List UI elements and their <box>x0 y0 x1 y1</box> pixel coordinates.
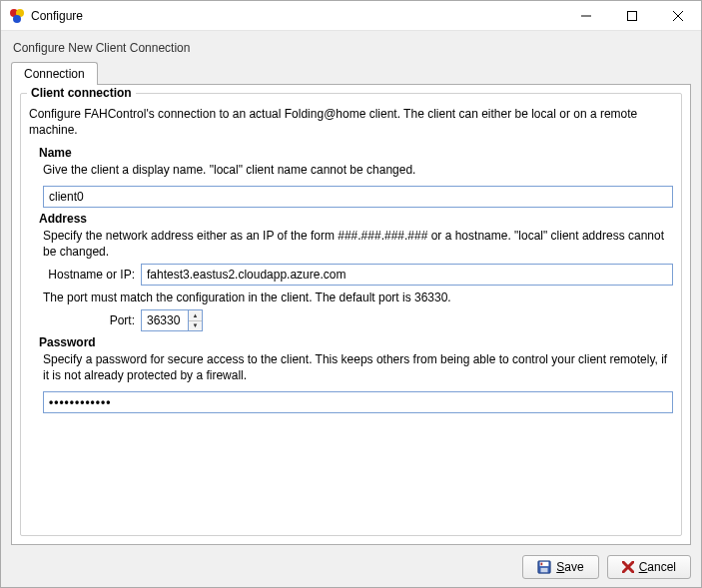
cancel-icon <box>622 561 634 573</box>
close-button[interactable] <box>655 1 701 30</box>
name-input[interactable] <box>43 186 673 208</box>
hostname-label: Hostname or IP: <box>43 268 135 282</box>
titlebar: Configure <box>1 1 701 31</box>
svg-rect-9 <box>541 563 543 566</box>
cancel-label-rest: ancel <box>647 560 676 574</box>
svg-rect-10 <box>541 568 548 572</box>
window-title: Configure <box>31 9 563 23</box>
section-name-title: Name <box>39 146 673 160</box>
svg-point-2 <box>13 15 21 23</box>
minimize-button[interactable] <box>563 1 609 30</box>
cancel-label-first: C <box>639 560 648 574</box>
group-client-connection: Client connection Configure FAHControl's… <box>20 93 682 536</box>
port-input[interactable] <box>141 309 189 331</box>
password-input[interactable] <box>43 391 673 413</box>
app-icon <box>9 8 25 24</box>
port-label: Port: <box>43 313 135 327</box>
port-desc: The port must match the configuration in… <box>43 290 673 305</box>
maximize-button[interactable] <box>609 1 655 30</box>
section-address-desc: Specify the network address either as an… <box>43 228 673 260</box>
spinner-down-icon[interactable]: ▼ <box>189 321 202 331</box>
spinner-up-icon[interactable]: ▲ <box>189 310 202 321</box>
tab-connection[interactable]: Connection <box>11 62 98 85</box>
section-password-desc: Specify a password for secure access to … <box>43 351 673 383</box>
section-name-desc: Give the client a display name. "local" … <box>43 162 673 178</box>
page-subtitle: Configure New Client Connection <box>13 41 691 55</box>
group-legend: Client connection <box>27 86 136 100</box>
section-password-title: Password <box>39 335 673 349</box>
group-desc: Configure FAHControl's connection to an … <box>29 106 673 138</box>
section-address-title: Address <box>39 212 673 226</box>
tab-panel-connection: Client connection Configure FAHControl's… <box>11 84 691 545</box>
svg-rect-4 <box>628 11 637 20</box>
save-icon <box>537 560 551 574</box>
hostname-input[interactable] <box>141 264 673 286</box>
port-spinner[interactable]: ▲ ▼ <box>189 309 203 331</box>
save-label-rest: ave <box>564 560 583 574</box>
save-button[interactable]: Save <box>522 555 598 579</box>
cancel-button[interactable]: Cancel <box>607 555 691 579</box>
